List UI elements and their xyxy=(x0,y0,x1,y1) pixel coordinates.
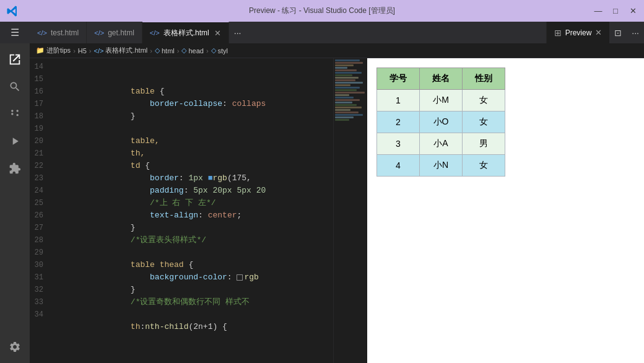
table-cell: 男 xyxy=(463,133,505,155)
line-number: 16 xyxy=(30,85,53,98)
breadcrumb-item-style[interactable]: ◇ styl xyxy=(211,46,228,55)
split-editor-button[interactable]: ⊡ xyxy=(609,22,627,43)
tab-table-style-html[interactable]: </> 表格样式.html ✕ xyxy=(142,22,229,43)
table-cell: 小M xyxy=(420,90,463,112)
activity-run-icon[interactable] xyxy=(4,130,26,152)
line-number: 15 xyxy=(30,73,53,85)
minimap-line xyxy=(335,64,354,66)
code-editor[interactable]: 14 15 table { 16 border-collapse: collap… xyxy=(30,58,333,363)
tab-bar: ☰ </> test.html </> get.html </> 表格样式.ht… xyxy=(0,22,644,43)
code-line-21: 21 td { xyxy=(30,147,333,160)
code-line-23: 23 padding: 5px 20px 5px 20 xyxy=(30,172,333,185)
minimap-line xyxy=(335,114,363,116)
activity-search-icon[interactable] xyxy=(4,76,26,98)
code-line-19: 19 table, xyxy=(30,123,333,135)
preview-icon: ⊞ xyxy=(554,28,562,38)
minimap-line xyxy=(335,79,355,81)
preview-more-button[interactable]: ··· xyxy=(627,22,644,43)
breadcrumb-item-html[interactable]: ◇ html xyxy=(155,46,175,55)
line-number: 17 xyxy=(30,98,53,110)
minimap-line xyxy=(335,102,352,103)
code-line-17: 17 } xyxy=(30,98,333,110)
preview-tab-close-icon[interactable]: ✕ xyxy=(595,28,602,37)
editor-area: 📁 进阶tips › H5 › </> 表格样式.html › ◇ html ›… xyxy=(30,43,644,363)
breadcrumb-separator: › xyxy=(150,47,152,55)
breadcrumb-item-file[interactable]: </> 表格样式.html xyxy=(94,46,148,55)
breadcrumb-item-h5[interactable]: H5 xyxy=(78,47,87,55)
line-number: 25 xyxy=(30,197,53,209)
activity-explorer-icon[interactable] xyxy=(4,48,26,71)
preview-tab[interactable]: ⊞ Preview ✕ xyxy=(546,22,610,43)
activity-source-control-icon[interactable] xyxy=(4,103,26,125)
line-number: 32 xyxy=(30,284,53,296)
table-cell: 女 xyxy=(463,90,505,112)
minimap-content xyxy=(334,58,367,123)
html-file-icon: </> xyxy=(94,47,104,55)
breadcrumb-item-head[interactable]: ◇ head xyxy=(181,46,203,55)
line-number: 26 xyxy=(30,209,53,222)
breadcrumb-label: H5 xyxy=(78,47,87,55)
minimap-line xyxy=(335,87,360,89)
title-bar-title: Preview - 练习 - Visual Studio Code [管理员] xyxy=(249,6,395,16)
minimap-line xyxy=(335,59,360,61)
code-line-30: 30 background-color: rgb xyxy=(30,259,333,271)
title-bar-controls[interactable]: — □ ✕ xyxy=(593,6,638,16)
sidebar-toggle-button[interactable]: ☰ xyxy=(0,22,30,43)
tab-label: 表格样式.html xyxy=(163,28,209,38)
line-number: 34 xyxy=(30,308,53,321)
minimap-line xyxy=(335,89,357,91)
tab-test-html[interactable]: </> test.html xyxy=(30,22,87,43)
code-line-34: 34 th:nth-child(2n+1) { xyxy=(30,308,333,321)
table-cell: 1 xyxy=(377,90,420,112)
code-line-20: 20 th, xyxy=(30,135,333,147)
minimap-line xyxy=(335,74,352,76)
breadcrumb-separator: › xyxy=(89,47,92,55)
element-icon: ◇ xyxy=(181,46,186,55)
line-number: 23 xyxy=(30,172,53,185)
table-cell: 4 xyxy=(377,155,420,177)
tab-label: get.html xyxy=(108,28,134,37)
minimap-line xyxy=(335,107,362,108)
breadcrumb-label: head xyxy=(188,47,203,55)
maximize-button[interactable]: □ xyxy=(611,6,620,16)
minimap-line xyxy=(335,99,360,101)
element-icon: ◇ xyxy=(211,46,216,55)
table-cell: 3 xyxy=(377,133,420,155)
tab-get-html[interactable]: </> get.html xyxy=(87,22,142,43)
preview-table: 学号 姓名 性别 1 小M 女 2 小O xyxy=(376,68,505,177)
tab-overflow-button[interactable]: ··· xyxy=(229,22,246,43)
breadcrumb-label: 进阶tips xyxy=(46,46,71,55)
editor-preview-split: 14 15 table { 16 border-collapse: collap… xyxy=(30,58,644,363)
minimize-button[interactable]: — xyxy=(593,6,603,16)
main-content: 📁 进阶tips › H5 › </> 表格样式.html › ◇ html ›… xyxy=(0,43,644,363)
breadcrumb-item-tips[interactable]: 📁 进阶tips xyxy=(36,46,71,55)
folder-icon: 📁 xyxy=(36,46,45,55)
close-button[interactable]: ✕ xyxy=(628,6,638,16)
breadcrumb-separator: › xyxy=(177,47,180,55)
minimap-line xyxy=(335,116,354,118)
minimap-line xyxy=(335,92,365,94)
line-number: 27 xyxy=(30,222,53,234)
table-cell: 小A xyxy=(420,133,463,155)
line-number: 21 xyxy=(30,147,53,160)
table-cell: 女 xyxy=(463,112,505,133)
code-line-29: 29 table thead { xyxy=(30,247,333,259)
preview-panel: 学号 姓名 性别 1 小M 女 2 小O xyxy=(367,58,644,363)
line-number: 14 xyxy=(30,61,53,73)
minimap-line xyxy=(335,84,350,86)
element-icon: ◇ xyxy=(155,46,160,55)
code-line-24: 24 /*上 右 下 左*/ xyxy=(30,185,333,197)
minimap-line xyxy=(335,77,359,79)
table-row: 2 小O 女 xyxy=(377,112,505,133)
activity-settings-icon[interactable] xyxy=(4,336,26,358)
code-line-25: 25 text-align: center; xyxy=(30,197,333,209)
tab-close-icon[interactable]: ✕ xyxy=(214,28,221,38)
activity-extensions-icon[interactable] xyxy=(4,157,26,180)
line-number: 18 xyxy=(30,110,53,123)
minimap-line xyxy=(335,97,354,98)
table-header-cell: 学号 xyxy=(377,68,420,90)
minimap-line xyxy=(335,109,350,111)
line-number: 28 xyxy=(30,234,53,247)
code-line-32: 32 /*设置奇数和偶数行不同 样式不 xyxy=(30,284,333,296)
minimap xyxy=(333,58,367,363)
